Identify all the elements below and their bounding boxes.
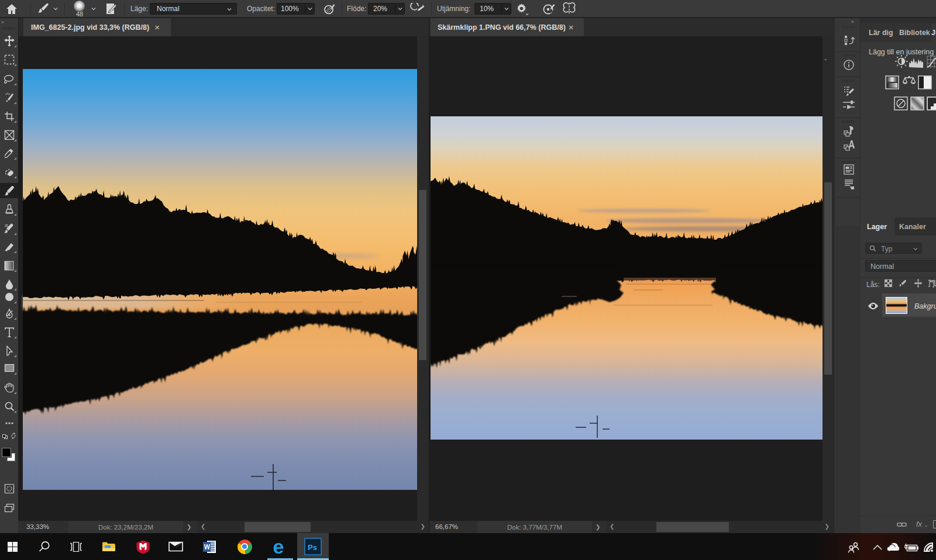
- svg-text:Ps: Ps: [308, 543, 317, 552]
